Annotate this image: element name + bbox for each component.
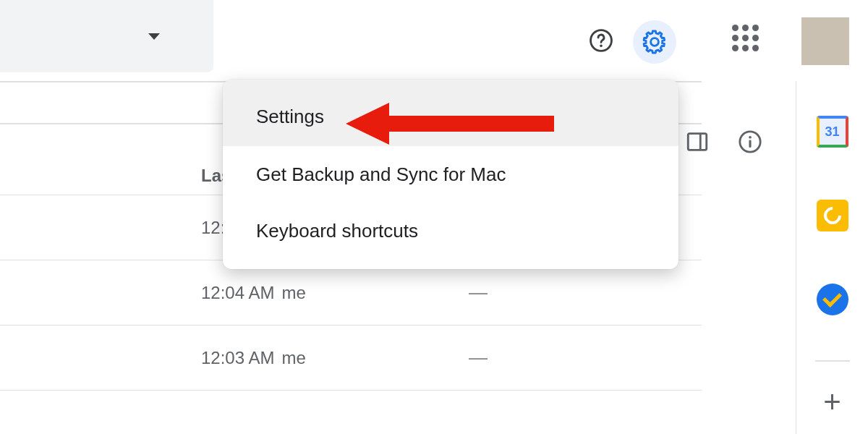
side-panel: 31 + bbox=[796, 81, 868, 434]
info-icon bbox=[738, 129, 762, 154]
menu-item-keyboard-shortcuts[interactable]: Keyboard shortcuts bbox=[223, 203, 678, 259]
svg-point-5 bbox=[749, 136, 752, 139]
side-divider bbox=[815, 360, 850, 362]
plus-icon: + bbox=[823, 385, 841, 419]
svg-point-1 bbox=[600, 45, 603, 48]
google-apps-button[interactable] bbox=[732, 25, 760, 52]
details-pane-icon bbox=[685, 129, 710, 154]
svg-rect-2 bbox=[688, 134, 707, 150]
settings-menu: Settings Get Backup and Sync for Mac Key… bbox=[223, 80, 678, 269]
row-size: — bbox=[469, 346, 488, 369]
view-details-button[interactable] bbox=[678, 123, 716, 161]
menu-spacer bbox=[223, 259, 678, 269]
keep-app-icon[interactable] bbox=[817, 200, 848, 231]
list-row[interactable]: 12:03 AM me — bbox=[0, 326, 702, 391]
view-dropdown-button[interactable] bbox=[0, 0, 213, 72]
calendar-app-icon[interactable]: 31 bbox=[817, 116, 848, 148]
menu-item-label: Keyboard shortcuts bbox=[256, 220, 418, 242]
help-icon bbox=[589, 28, 613, 53]
svg-rect-6 bbox=[749, 140, 751, 148]
list-row[interactable]: 12:04 AM me — bbox=[0, 260, 702, 326]
menu-item-backup-sync[interactable]: Get Backup and Sync for Mac bbox=[223, 146, 678, 203]
row-owner: me bbox=[281, 348, 305, 368]
caret-down-icon bbox=[148, 33, 160, 40]
row-owner: me bbox=[281, 283, 305, 303]
account-avatar[interactable] bbox=[801, 17, 849, 65]
menu-item-settings[interactable]: Settings bbox=[223, 80, 678, 146]
help-button[interactable] bbox=[582, 22, 620, 59]
info-button[interactable] bbox=[731, 123, 769, 161]
row-time: 12:04 AM bbox=[201, 283, 274, 303]
row-size: — bbox=[469, 281, 488, 304]
gear-icon bbox=[642, 30, 667, 54]
menu-item-label: Get Backup and Sync for Mac bbox=[256, 163, 506, 186]
calendar-day-number: 31 bbox=[825, 124, 839, 140]
settings-button[interactable] bbox=[633, 20, 676, 64]
row-time: 12:03 AM bbox=[201, 348, 274, 368]
top-bar bbox=[0, 0, 868, 81]
add-addon-button[interactable]: + bbox=[823, 385, 841, 420]
apps-grid-icon bbox=[732, 25, 760, 52]
menu-item-label: Settings bbox=[256, 106, 324, 128]
tasks-app-icon[interactable] bbox=[817, 284, 848, 315]
